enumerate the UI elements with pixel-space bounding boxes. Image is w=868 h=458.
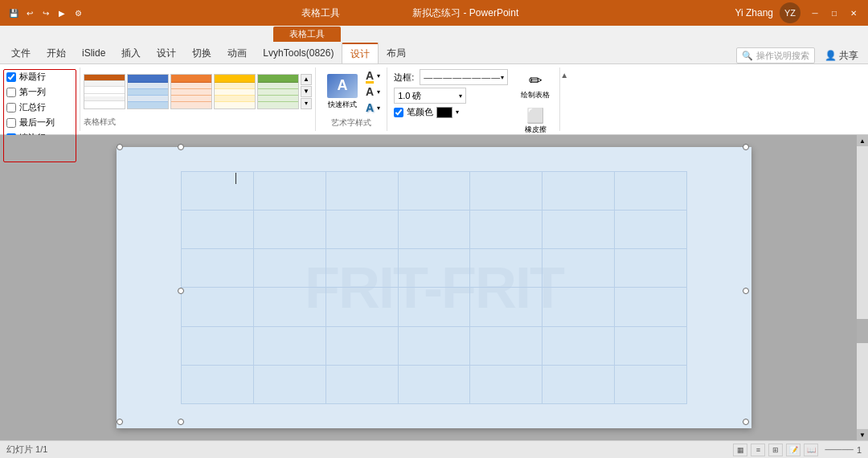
restore-button[interactable]: □ [826, 7, 842, 18]
table-cell[interactable] [470, 288, 542, 326]
table-cell[interactable] [398, 211, 470, 249]
table-cell[interactable] [253, 365, 326, 403]
table-cell[interactable] [398, 249, 470, 288]
tab-design[interactable]: 设计 [149, 43, 184, 63]
pen-color-swatch[interactable] [436, 107, 452, 118]
slide-canvas[interactable]: FRIT-FRIT [117, 147, 751, 428]
table-cell[interactable] [615, 172, 687, 211]
table-cell[interactable] [615, 365, 687, 403]
table-cell[interactable] [542, 211, 615, 249]
table-cell[interactable] [542, 326, 615, 365]
border-size-select[interactable]: 1.0 磅 ▾ [394, 88, 466, 104]
table-cell[interactable] [398, 326, 470, 365]
table-cell[interactable] [615, 211, 687, 249]
undo-icon[interactable]: ↩ [23, 6, 37, 20]
table-cell[interactable] [182, 172, 254, 211]
checkbox-first-col[interactable]: 第一列 [6, 86, 73, 98]
redo-icon[interactable]: ↪ [39, 6, 53, 20]
tab-table-design[interactable]: 设计 [342, 43, 379, 63]
table-cell[interactable] [182, 288, 254, 326]
table-cell[interactable] [253, 172, 326, 211]
tab-animation[interactable]: 动画 [219, 43, 255, 63]
table-cell[interactable] [253, 249, 326, 288]
text-fill-button[interactable]: A ▾ [366, 69, 380, 82]
tab-lvyhtools[interactable]: LvyhTools(0826) [255, 43, 342, 63]
minimize-button[interactable]: ─ [807, 7, 823, 18]
handle-mid-right[interactable] [743, 288, 749, 294]
checkbox-first-col-input[interactable] [6, 88, 16, 97]
outline-view-button[interactable]: ≡ [751, 444, 765, 456]
scrollbar-vertical[interactable]: ▲ ▼ [857, 135, 868, 440]
table-cell[interactable] [470, 326, 542, 365]
table-cell[interactable] [326, 211, 398, 249]
checkbox-total-row[interactable]: 汇总行 [6, 101, 73, 113]
table-cell[interactable] [253, 288, 326, 326]
border-style-select[interactable]: ———————— ▾ [420, 69, 508, 85]
normal-view-button[interactable]: ▦ [733, 444, 747, 456]
gallery-expand-arrow[interactable]: ▾ [301, 98, 312, 109]
handle-bottom-left[interactable] [178, 419, 184, 425]
reading-view-button[interactable]: 📖 [804, 444, 818, 456]
table-cell[interactable] [470, 211, 542, 249]
close-button[interactable]: ✕ [845, 7, 862, 18]
quick-style-button[interactable]: A 快速样式 [322, 72, 362, 112]
pen-color-checkbox[interactable] [394, 108, 403, 117]
table-cell[interactable] [326, 249, 398, 288]
table-cell[interactable] [542, 365, 615, 403]
handle-bottom-center[interactable] [117, 419, 123, 425]
notes-view-button[interactable]: 📝 [786, 444, 800, 456]
checkbox-title-row[interactable] [6, 72, 16, 82]
tab-start[interactable]: 开始 [39, 43, 74, 63]
checkbox-header-row[interactable]: 标题行 [6, 71, 73, 83]
tab-islide[interactable]: iSlide [74, 43, 113, 63]
table-cell[interactable] [398, 365, 470, 403]
checkbox-last-col-input[interactable] [6, 118, 16, 128]
tab-transition[interactable]: 切换 [184, 43, 219, 63]
text-effect-dropdown[interactable]: ▾ [377, 104, 380, 112]
table-cell[interactable] [542, 288, 615, 326]
table-style-2[interactable] [127, 74, 169, 109]
table-cell[interactable] [615, 288, 687, 326]
tab-file[interactable]: 文件 [3, 43, 39, 63]
text-effect-button[interactable]: A ▾ [366, 101, 380, 114]
handle-top-left[interactable] [178, 144, 184, 150]
scroll-up-button[interactable]: ▲ [857, 135, 868, 146]
scroll-down-button[interactable]: ▼ [857, 429, 868, 440]
table-cell[interactable] [253, 211, 326, 249]
table-cell[interactable] [470, 172, 542, 211]
gallery-down-arrow[interactable]: ▼ [301, 86, 312, 97]
table-style-3[interactable] [170, 74, 212, 109]
table-cell[interactable] [326, 172, 398, 211]
table-cell[interactable] [326, 288, 398, 326]
text-fill-dropdown[interactable]: ▾ [377, 72, 380, 80]
table-cell[interactable] [182, 211, 254, 249]
slide-sorter-button[interactable]: ⊞ [768, 444, 783, 456]
start-slideshow-icon[interactable]: ▶ [55, 6, 69, 20]
scroll-track[interactable] [857, 146, 868, 319]
tab-layout[interactable]: 布局 [379, 43, 414, 63]
search-box[interactable]: 🔍 操作说明搜索 [736, 47, 815, 63]
table-cell[interactable] [542, 172, 615, 211]
handle-bottom-right[interactable] [743, 419, 749, 425]
table-cell[interactable] [398, 172, 470, 211]
handle-top-center[interactable] [117, 144, 123, 150]
slide-table[interactable] [181, 171, 687, 404]
table-style-4[interactable] [214, 74, 256, 109]
table-cell[interactable] [182, 365, 254, 403]
table-cell[interactable] [253, 326, 326, 365]
handle-mid-left[interactable] [178, 288, 184, 294]
table-cell[interactable] [326, 326, 398, 365]
table-cell[interactable] [182, 326, 254, 365]
save-icon[interactable]: 💾 [6, 6, 21, 20]
eraser-button[interactable]: ⬜ 橡皮擦 [518, 105, 553, 137]
scroll-thumb[interactable] [857, 319, 868, 343]
handle-top-right[interactable] [743, 144, 749, 150]
table-tools-tab[interactable]: 表格工具 [273, 27, 341, 42]
table-cell[interactable] [398, 288, 470, 326]
table-cell[interactable] [326, 365, 398, 403]
table-style-1[interactable] [84, 74, 125, 109]
share-button[interactable]: 👤 共享 [825, 49, 858, 63]
checkbox-total-input[interactable] [6, 103, 16, 112]
table-cell[interactable] [615, 249, 687, 288]
table-cell[interactable] [470, 249, 542, 288]
